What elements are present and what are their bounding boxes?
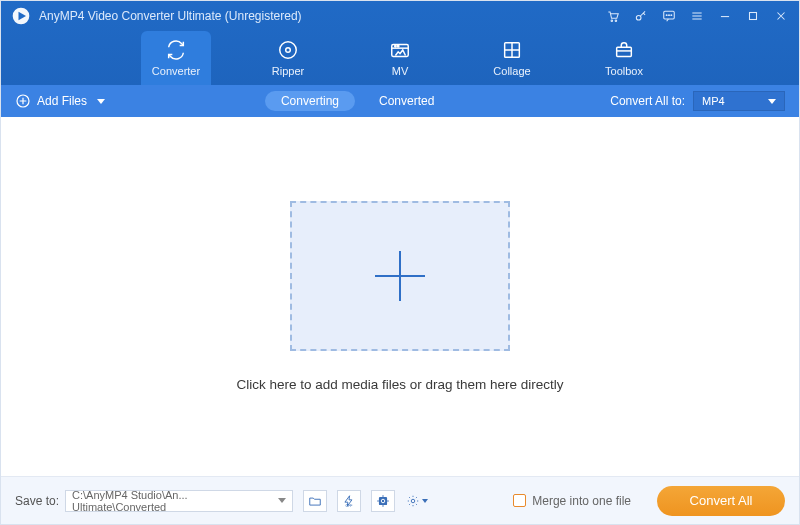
minimize-button[interactable]: [711, 1, 739, 31]
convert-all-to: Convert All to: MP4: [610, 91, 785, 111]
footer: Save to: C:\AnyMP4 Studio\An... Ultimate…: [1, 476, 799, 524]
tab-converter[interactable]: Converter: [141, 31, 211, 85]
gpu-button[interactable]: [371, 490, 395, 512]
tab-mv[interactable]: MV: [365, 31, 435, 85]
tab-converted[interactable]: Converted: [363, 91, 450, 111]
settings-button[interactable]: [405, 490, 429, 512]
svg-point-9: [280, 42, 297, 59]
checkbox-icon: [513, 494, 526, 507]
plus-circle-icon: [15, 93, 31, 109]
tab-ripper[interactable]: Ripper: [253, 31, 323, 85]
svg-text:OFF: OFF: [346, 504, 353, 508]
save-to-label: Save to:: [15, 494, 59, 508]
close-button[interactable]: [767, 1, 795, 31]
svg-rect-8: [750, 13, 757, 20]
tab-label: Ripper: [272, 65, 304, 77]
convert-all-button[interactable]: Convert All: [657, 486, 785, 516]
tab-label: Toolbox: [605, 65, 643, 77]
collage-icon: [501, 39, 523, 61]
merge-label: Merge into one file: [532, 494, 631, 508]
toolbox-icon: [613, 39, 635, 61]
dropzone[interactable]: [290, 201, 510, 351]
svg-point-5: [666, 15, 667, 16]
svg-point-20: [411, 499, 415, 503]
header: AnyMP4 Video Converter Ultimate (Unregis…: [1, 1, 799, 85]
chevron-down-icon: [278, 498, 286, 503]
tab-converting[interactable]: Converting: [265, 91, 355, 111]
svg-point-10: [286, 48, 291, 53]
save-path-select[interactable]: C:\AnyMP4 Studio\An... Ultimate\Converte…: [65, 490, 293, 512]
cart-icon[interactable]: [599, 1, 627, 31]
save-to: Save to: C:\AnyMP4 Studio\An... Ultimate…: [15, 490, 293, 512]
maximize-button[interactable]: [739, 1, 767, 31]
format-select[interactable]: MP4: [693, 91, 785, 111]
main-tabs: Converter Ripper MV Collage Toolbox: [1, 31, 799, 85]
svg-rect-15: [617, 47, 632, 56]
svg-point-13: [397, 46, 398, 47]
svg-point-6: [669, 15, 670, 16]
window-controls: [599, 1, 795, 31]
app-logo-icon: [11, 6, 31, 26]
feedback-icon[interactable]: [655, 1, 683, 31]
ripper-icon: [277, 39, 299, 61]
tab-label: Converter: [152, 65, 200, 77]
tab-label: MV: [392, 65, 409, 77]
chevron-down-icon: [422, 499, 428, 503]
tab-label: Collage: [493, 65, 530, 77]
tab-toolbox[interactable]: Toolbox: [589, 31, 659, 85]
chevron-down-icon: [768, 99, 776, 104]
chevron-down-icon: [97, 99, 105, 104]
hw-accel-button[interactable]: OFF: [337, 490, 361, 512]
app-title: AnyMP4 Video Converter Ultimate (Unregis…: [39, 9, 302, 23]
svg-point-2: [615, 20, 617, 22]
svg-rect-18: [379, 496, 387, 504]
svg-point-3: [636, 15, 641, 20]
menu-icon[interactable]: [683, 1, 711, 31]
app-window: AnyMP4 Video Converter Ultimate (Unregis…: [0, 0, 800, 525]
converter-icon: [165, 39, 187, 61]
subbar: Add Files Converting Converted Convert A…: [1, 85, 799, 117]
add-files-button[interactable]: Add Files: [15, 93, 105, 109]
key-icon[interactable]: [627, 1, 655, 31]
merge-checkbox[interactable]: Merge into one file: [513, 494, 631, 508]
save-path-value: C:\AnyMP4 Studio\An... Ultimate\Converte…: [72, 489, 278, 513]
open-folder-button[interactable]: [303, 490, 327, 512]
convert-all-to-label: Convert All to:: [610, 94, 685, 108]
drop-hint: Click here to add media files or drag th…: [236, 377, 563, 392]
tab-collage[interactable]: Collage: [477, 31, 547, 85]
add-files-label: Add Files: [37, 94, 87, 108]
svg-point-1: [611, 20, 613, 22]
svg-point-7: [671, 15, 672, 16]
format-value: MP4: [702, 95, 725, 107]
svg-point-12: [395, 46, 396, 47]
content-area: Click here to add media files or drag th…: [1, 117, 799, 476]
plus-icon: [375, 251, 425, 301]
convert-state-tabs: Converting Converted: [265, 91, 450, 111]
mv-icon: [389, 39, 411, 61]
